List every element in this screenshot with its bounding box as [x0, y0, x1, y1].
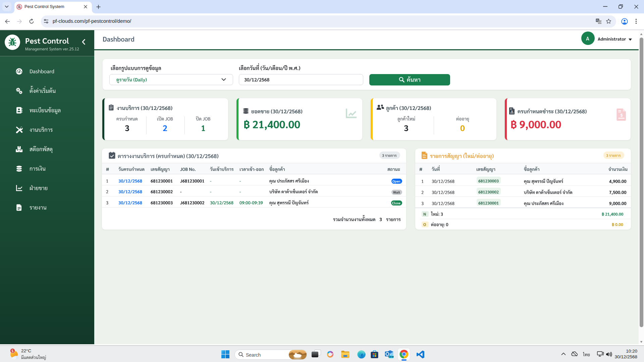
svg-text:$: $	[512, 110, 513, 113]
svg-text:NEW: NEW	[388, 356, 394, 358]
svg-text:$: $	[621, 113, 623, 118]
